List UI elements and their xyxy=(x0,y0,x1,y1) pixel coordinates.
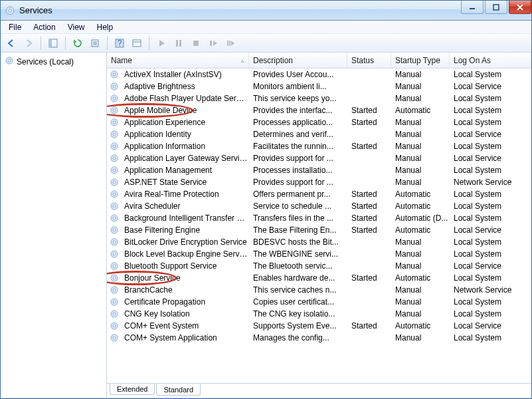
column-startup-type[interactable]: Startup Type xyxy=(391,53,450,68)
service-description: This service caches n... xyxy=(250,285,349,295)
svg-point-22 xyxy=(113,73,116,76)
gear-icon xyxy=(110,285,119,295)
service-name: CNG Key Isolation xyxy=(122,309,250,319)
service-log-on-as: Local Service xyxy=(451,129,531,140)
column-name[interactable]: Name ▵ xyxy=(107,53,249,68)
tab-extended[interactable]: Extended xyxy=(110,384,155,395)
show-hide-tree-button[interactable] xyxy=(45,35,61,51)
svg-line-4 xyxy=(517,5,523,10)
minimize-button[interactable] xyxy=(461,1,484,14)
menu-file[interactable]: File xyxy=(3,21,27,33)
column-log-on-as[interactable]: Log On As xyxy=(450,53,531,68)
gear-icon xyxy=(110,130,119,139)
resume-service-button[interactable] xyxy=(222,35,238,51)
export-list-button[interactable] xyxy=(87,35,103,51)
column-headers[interactable]: Name ▵ Description Status Startup Type L… xyxy=(107,53,531,68)
svg-point-54 xyxy=(113,265,116,267)
properties-button[interactable] xyxy=(129,35,145,51)
pause-service-button[interactable] xyxy=(171,35,187,51)
service-row[interactable]: Adaptive BrightnessMonitors ambient li..… xyxy=(107,80,531,92)
titlebar[interactable]: Services xyxy=(1,1,531,21)
service-row[interactable]: BranchCacheThis service caches n...Manua… xyxy=(107,284,531,296)
tree-item-services-local[interactable]: Services (Local) xyxy=(3,55,104,68)
service-startup-type: Automatic xyxy=(393,273,451,283)
service-row[interactable]: Bonjour ServiceEnables hardware de...Sta… xyxy=(107,272,531,284)
column-description[interactable]: Description xyxy=(249,53,347,68)
service-row[interactable]: COM+ Event SystemSupports System Eve...S… xyxy=(107,320,531,332)
service-log-on-as: Local System xyxy=(451,237,531,247)
service-status xyxy=(349,134,393,135)
back-button[interactable] xyxy=(3,35,19,51)
service-row[interactable]: Avira SchedulerService to schedule ...St… xyxy=(107,200,531,212)
service-row[interactable]: Avira Real-Time ProtectionOffers permane… xyxy=(107,188,531,200)
help-button[interactable]: ? xyxy=(112,35,128,51)
restart-service-button[interactable] xyxy=(205,35,221,51)
service-description: Determines and verif... xyxy=(250,129,349,140)
service-description: Copies user certificat... xyxy=(250,297,349,307)
service-row[interactable]: BitLocker Drive Encryption ServiceBDESVC… xyxy=(107,236,531,248)
column-status[interactable]: Status xyxy=(347,53,391,68)
service-description: The Base Filtering En... xyxy=(250,225,349,235)
service-description: The CNG key isolatio... xyxy=(250,309,349,319)
svg-point-24 xyxy=(113,85,116,88)
service-row[interactable]: Application Layer Gateway ServiceProvide… xyxy=(107,152,531,164)
service-description: Provides the interfac... xyxy=(250,105,349,116)
svg-point-32 xyxy=(113,133,116,136)
service-row[interactable]: ASP.NET State ServiceProvides support fo… xyxy=(107,176,531,188)
refresh-button[interactable] xyxy=(70,35,86,51)
service-row[interactable]: Background Intelligent Transfer ServiceT… xyxy=(107,212,531,224)
service-description: Processes installatio... xyxy=(250,165,349,176)
maximize-button[interactable] xyxy=(485,1,507,14)
service-row[interactable]: Block Level Backup Engine ServiceThe WBE… xyxy=(107,248,531,260)
service-name: BranchCache xyxy=(122,285,250,295)
service-log-on-as: Local System xyxy=(451,93,531,104)
service-status xyxy=(349,301,393,303)
gear-icon xyxy=(110,82,119,91)
service-status: Started xyxy=(349,201,393,211)
service-description: Monitors ambient li... xyxy=(250,81,349,92)
gear-icon xyxy=(110,309,119,319)
forward-button[interactable] xyxy=(21,35,37,51)
service-row[interactable]: Application InformationFacilitates the r… xyxy=(107,140,531,152)
service-row[interactable]: Certificate PropagationCopies user certi… xyxy=(107,296,531,308)
stop-service-button[interactable] xyxy=(188,35,204,51)
tree-pane[interactable]: Services (Local) xyxy=(1,53,107,398)
menu-view[interactable]: View xyxy=(62,21,90,33)
service-row[interactable]: Bluetooth Support ServiceThe Bluetooth s… xyxy=(107,260,531,272)
gear-icon xyxy=(110,94,119,103)
service-status: Started xyxy=(349,141,393,152)
start-service-button[interactable] xyxy=(153,35,169,51)
service-name: COM+ System Application xyxy=(122,332,250,343)
service-row[interactable]: COM+ System ApplicationManages the confi… xyxy=(107,332,531,344)
tree-label: Services (Local) xyxy=(17,57,74,66)
menu-action[interactable]: Action xyxy=(28,21,60,33)
service-row[interactable]: Application IdentityDetermines and verif… xyxy=(107,128,531,140)
service-row[interactable]: Application ManagementProcesses installa… xyxy=(107,164,531,176)
service-row[interactable]: Application ExperienceProcesses applicat… xyxy=(107,116,531,128)
gear-icon xyxy=(110,261,119,271)
service-name: Adaptive Brightness xyxy=(122,81,250,92)
main-split: Services (Local) Name ▵ Description Stat… xyxy=(1,53,531,398)
service-startup-type: Manual xyxy=(393,81,451,92)
service-row[interactable]: Adobe Flash Player Update ServiceThis se… xyxy=(107,92,531,104)
gear-icon xyxy=(110,237,119,247)
menu-help[interactable]: Help xyxy=(92,21,119,33)
toolbar-separator xyxy=(107,37,108,50)
service-row[interactable]: Apple Mobile DeviceProvides the interfac… xyxy=(107,104,531,116)
service-row[interactable]: ActiveX Installer (AxInstSV)Provides Use… xyxy=(107,68,531,80)
service-row[interactable]: CNG Key IsolationThe CNG key isolatio...… xyxy=(107,308,531,320)
svg-point-30 xyxy=(113,121,116,124)
service-name: Adobe Flash Player Update Service xyxy=(122,93,250,104)
svg-point-66 xyxy=(113,336,116,339)
close-button[interactable] xyxy=(509,1,531,14)
svg-rect-18 xyxy=(229,41,230,46)
gear-icon xyxy=(110,249,119,259)
service-description: Service to schedule ... xyxy=(250,201,349,211)
tab-standard[interactable]: Standard xyxy=(156,384,201,396)
service-list[interactable]: ActiveX Installer (AxInstSV)Provides Use… xyxy=(107,68,531,383)
service-name: Certificate Propagation xyxy=(122,297,250,307)
service-log-on-as: Local System xyxy=(451,117,531,128)
service-status xyxy=(349,98,393,99)
service-row[interactable]: Base Filtering EngineThe Base Filtering … xyxy=(107,224,531,236)
gear-icon xyxy=(110,118,119,127)
